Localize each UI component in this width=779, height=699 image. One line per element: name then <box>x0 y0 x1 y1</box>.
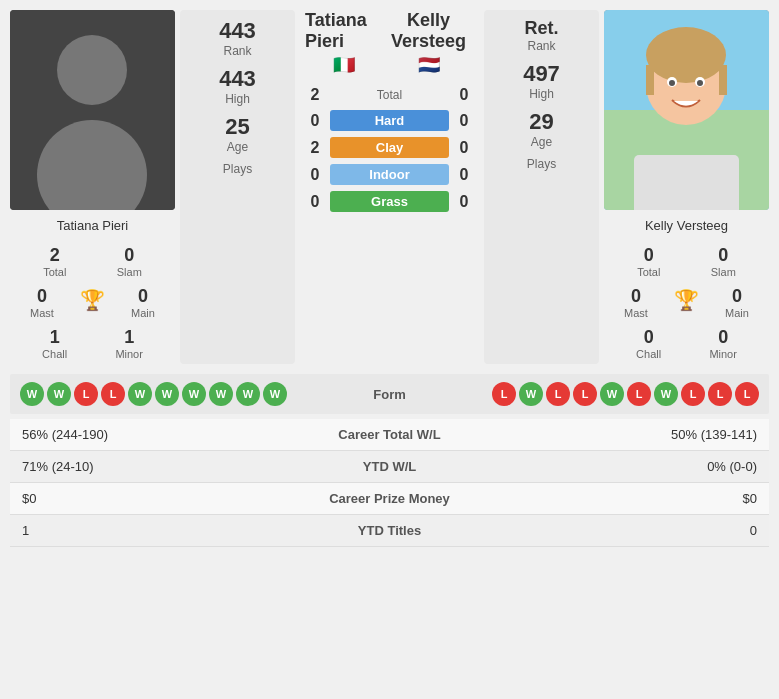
left-form-badge: W <box>128 382 152 406</box>
ytd-wl-label: YTD W/L <box>276 451 504 483</box>
left-total-label: Total <box>43 266 66 278</box>
left-main-label: Main <box>131 307 155 319</box>
right-rank-value: Ret. <box>524 18 558 39</box>
left-form-badges: WWLLWWWWWW <box>20 382 340 406</box>
right-trophy-icon: 🏆 <box>672 286 701 319</box>
left-high-block: 443 High <box>219 66 256 106</box>
right-high-value: 497 <box>523 61 560 87</box>
right-plays-block: Plays <box>527 157 556 171</box>
right-form-badge: L <box>627 382 651 406</box>
svg-rect-7 <box>646 65 654 95</box>
grass-right-score: 0 <box>449 193 479 211</box>
left-main-value: 0 <box>138 286 148 307</box>
hard-right-score: 0 <box>449 112 479 130</box>
right-total-value: 0 <box>644 245 654 266</box>
left-minor-value: 1 <box>124 327 134 348</box>
right-form-badges: LWLLWLWLLL <box>440 382 760 406</box>
svg-rect-13 <box>634 155 739 210</box>
titles-row: 1 YTD Titles 0 <box>10 515 769 547</box>
right-mast-row: 0 Mast 🏆 0 Main <box>604 282 769 323</box>
left-age-label: Age <box>227 140 248 154</box>
left-mast-label: Mast <box>30 307 54 319</box>
left-plays-label: Plays <box>223 162 252 176</box>
right-total-label: Total <box>637 266 660 278</box>
ytd-wl-row: 71% (24-10) YTD W/L 0% (0-0) <box>10 451 769 483</box>
left-chall-row: 1 Chall 1 Minor <box>10 323 175 364</box>
svg-point-6 <box>646 27 726 83</box>
left-age-block: 25 Age <box>225 114 249 154</box>
left-form-badge: W <box>47 382 71 406</box>
hard-left-score: 0 <box>300 112 330 130</box>
total-left-score: 2 <box>300 86 330 104</box>
player-comparison: Tatiana Pieri 2 Total 0 Slam 0 M <box>0 0 779 374</box>
right-form-badge: L <box>573 382 597 406</box>
clay-right-score: 0 <box>449 139 479 157</box>
titles-right: 0 <box>503 515 769 547</box>
right-slam-label: Slam <box>711 266 736 278</box>
prize-row: $0 Career Prize Money $0 <box>10 483 769 515</box>
right-form-badge: L <box>708 382 732 406</box>
left-form-badge: W <box>20 382 44 406</box>
right-chall-row: 0 Chall 0 Minor <box>604 323 769 364</box>
right-form-badge: W <box>654 382 678 406</box>
left-chall-label: Chall <box>42 348 67 360</box>
career-wl-right: 50% (139-141) <box>503 419 769 451</box>
right-middle-stats: Ret. Rank 497 High 29 Age Plays <box>484 10 599 364</box>
stats-table: 56% (244-190) Career Total W/L 50% (139-… <box>10 419 769 547</box>
svg-point-11 <box>669 80 675 86</box>
right-chall-label: Chall <box>636 348 661 360</box>
right-rank-label: Rank <box>527 39 555 53</box>
left-flag: 🇮🇹 <box>333 54 355 76</box>
indoor-left-score: 0 <box>300 166 330 184</box>
left-slam-label: Slam <box>117 266 142 278</box>
prize-label: Career Prize Money <box>276 483 504 515</box>
left-middle-stats: 443 Rank 443 High 25 Age Plays <box>180 10 295 364</box>
right-flag: 🇳🇱 <box>418 54 440 76</box>
hard-row: 0 Hard 0 <box>300 107 479 134</box>
left-rank-label: Rank <box>223 44 251 58</box>
left-trophy-icon: 🏆 <box>78 286 107 319</box>
right-plays-label: Plays <box>527 157 556 171</box>
right-form-badge: W <box>519 382 543 406</box>
left-plays-block: Plays <box>223 162 252 176</box>
career-wl-left: 56% (244-190) <box>10 419 276 451</box>
grass-badge: Grass <box>330 191 449 212</box>
right-minor-label: Minor <box>709 348 737 360</box>
right-high-label: High <box>529 87 554 101</box>
left-header: Tatiana Pieri 🇮🇹 <box>305 10 383 78</box>
left-total-row: 2 Total 0 Slam <box>10 241 175 282</box>
left-high-label: High <box>225 92 250 106</box>
indoor-badge: Indoor <box>330 164 449 185</box>
career-wl-label: Career Total W/L <box>276 419 504 451</box>
right-high-block: 497 High <box>523 61 560 101</box>
right-form-badge: L <box>735 382 759 406</box>
right-total-row: 0 Total 0 Slam <box>604 241 769 282</box>
main-container: Tatiana Pieri 2 Total 0 Slam 0 M <box>0 0 779 547</box>
right-player-photo <box>604 10 769 210</box>
grass-left-score: 0 <box>300 193 330 211</box>
left-form-badge: W <box>263 382 287 406</box>
left-mast-value: 0 <box>37 286 47 307</box>
total-right-score: 0 <box>449 86 479 104</box>
right-age-value: 29 <box>529 109 553 135</box>
form-label: Form <box>340 387 440 402</box>
left-mast-row: 0 Mast 🏆 0 Main <box>10 282 175 323</box>
left-form-badge: W <box>155 382 179 406</box>
left-form-badge: L <box>74 382 98 406</box>
titles-left: 1 <box>10 515 276 547</box>
left-form-badge: W <box>236 382 260 406</box>
svg-point-1 <box>57 35 127 105</box>
left-form-badge: W <box>182 382 206 406</box>
right-form-badge: L <box>546 382 570 406</box>
clay-badge: Clay <box>330 137 449 158</box>
right-mast-value: 0 <box>631 286 641 307</box>
left-form-badge: L <box>101 382 125 406</box>
center-section: Tatiana Pieri 🇮🇹 Kelly Versteeg 🇳🇱 2 Tot… <box>300 10 479 364</box>
right-minor-value: 0 <box>718 327 728 348</box>
grass-row: 0 Grass 0 <box>300 188 479 215</box>
left-rank-block: 443 Rank <box>219 18 256 58</box>
total-label: Total <box>330 88 449 102</box>
right-form-badge: L <box>492 382 516 406</box>
right-header: Kelly Versteeg 🇳🇱 <box>383 10 474 78</box>
right-slam-value: 0 <box>718 245 728 266</box>
